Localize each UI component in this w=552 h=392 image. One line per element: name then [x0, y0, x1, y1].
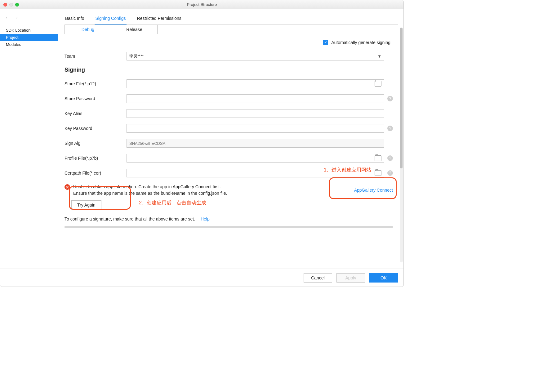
- top-tabs: Basic Info Signing Configs Restricted Pe…: [65, 13, 398, 25]
- store-file-label: Store File(*.p12): [65, 81, 127, 86]
- team-value: 李灵****: [129, 53, 144, 59]
- subtab-debug[interactable]: Debug: [65, 25, 111, 34]
- folder-icon[interactable]: [375, 170, 381, 176]
- store-password-label: Store Password: [65, 96, 127, 101]
- key-alias-input[interactable]: [127, 109, 384, 118]
- folder-icon[interactable]: [375, 81, 381, 87]
- autosign-checkbox[interactable]: ✓: [323, 40, 328, 45]
- annotation-1: 1、进入创建应用网站: [324, 167, 371, 173]
- sidebar: ← → SDK Location Project Modules: [0, 9, 58, 269]
- certpath-file-label: Certpath File(*.cer): [65, 171, 127, 176]
- autosign-label: Automatically generate signing: [331, 40, 390, 45]
- team-label: Team: [65, 54, 127, 59]
- annotation-2: 2、创建应用后，点击自动生成: [139, 200, 206, 206]
- subtab-release[interactable]: Release: [111, 25, 158, 34]
- key-alias-label: Key Alias: [65, 111, 127, 116]
- sidebar-item-modules[interactable]: Modules: [0, 41, 58, 48]
- sidebar-item-sdk-location[interactable]: SDK Location: [0, 27, 58, 34]
- tab-basic-info[interactable]: Basic Info: [65, 13, 85, 24]
- help-link[interactable]: Help: [201, 216, 210, 221]
- cancel-button[interactable]: Cancel: [304, 273, 332, 283]
- profile-file-label: Profile File(*.p7b): [65, 156, 127, 161]
- tab-restricted-permissions[interactable]: Restricted Permissions: [136, 13, 182, 24]
- profile-file-input[interactable]: [127, 154, 384, 163]
- store-file-input[interactable]: [127, 79, 384, 88]
- titlebar: Project Structure: [0, 0, 403, 9]
- help-icon[interactable]: ?: [387, 155, 393, 161]
- sidebar-item-project[interactable]: Project: [0, 34, 58, 41]
- sign-alg-input: SHA256withECDSA: [127, 139, 384, 148]
- nav-back-icon[interactable]: ←: [5, 15, 11, 21]
- store-password-input[interactable]: [127, 94, 384, 103]
- annotation-box-1: [329, 177, 397, 199]
- annotation-box-2: [69, 186, 131, 210]
- signing-heading: Signing: [65, 67, 393, 73]
- vertical-scrollbar[interactable]: [400, 28, 403, 262]
- horizontal-scrollbar[interactable]: [65, 226, 393, 228]
- team-select[interactable]: 李灵**** ▼: [127, 52, 384, 60]
- help-icon[interactable]: ?: [387, 170, 393, 176]
- window-title: Project Structure: [0, 2, 403, 7]
- key-password-input[interactable]: [127, 124, 384, 133]
- help-icon[interactable]: ?: [387, 126, 393, 131]
- key-password-label: Key Password: [65, 126, 127, 131]
- sign-alg-label: Sign Alg: [65, 141, 127, 146]
- dropdown-icon: ▼: [377, 54, 381, 59]
- apply-button: Apply: [336, 273, 365, 283]
- scrollbar-thumb[interactable]: [400, 28, 403, 168]
- nav-forward-icon: →: [13, 15, 19, 21]
- dialog-footer: Cancel Apply OK: [0, 269, 403, 287]
- help-icon[interactable]: ?: [387, 96, 393, 101]
- folder-icon[interactable]: [375, 155, 381, 161]
- ok-button[interactable]: OK: [369, 273, 398, 283]
- tab-signing-configs[interactable]: Signing Configs: [95, 13, 126, 24]
- signature-hint: To configure a signature, make sure that…: [65, 216, 195, 221]
- config-subtabs: Debug Release: [65, 25, 398, 34]
